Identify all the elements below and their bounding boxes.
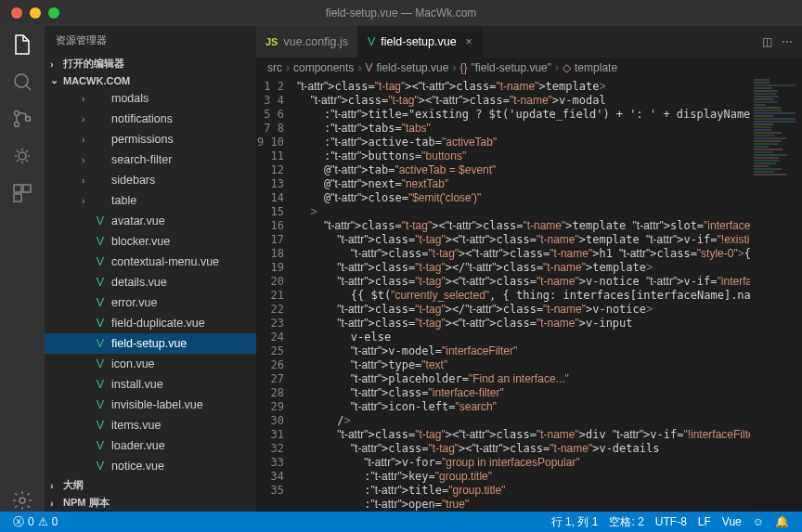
vue-icon: V xyxy=(93,378,108,391)
status-spaces[interactable]: 空格: 2 xyxy=(603,514,649,530)
item-label: modals xyxy=(111,92,149,105)
editor-tabs: JSvue.config.jsVfield-setup.vue× ◫ ⋯ xyxy=(256,26,802,58)
titlebar: field-setup.vue — MacWk.com xyxy=(0,0,802,26)
open-editors-section[interactable]: ›打开的编辑器 xyxy=(45,55,256,72)
item-label: field-duplicate.vue xyxy=(111,317,205,330)
breadcrumb-sep: › xyxy=(555,61,559,74)
item-label: items.vue xyxy=(111,419,162,432)
sidebar: 资源管理器 ›打开的编辑器 ⌄MACWK.COM ›modals›notific… xyxy=(45,26,256,512)
folder-item[interactable]: ›notifications xyxy=(45,109,256,129)
item-label: avatar.vue xyxy=(111,214,165,227)
file-item[interactable]: Verror.vue xyxy=(45,292,256,313)
debug-icon[interactable] xyxy=(11,145,33,167)
breadcrumb-item[interactable]: components xyxy=(293,61,354,74)
item-label: notifications xyxy=(111,112,173,125)
warning-icon: ⚠ xyxy=(38,515,48,528)
file-item[interactable]: Vnotice.vue xyxy=(45,456,256,476)
minimap[interactable] xyxy=(750,78,802,512)
file-item[interactable]: Vinvisible-label.vue xyxy=(45,395,256,415)
file-type-icon: V xyxy=(368,35,375,48)
folder-item[interactable]: ›table xyxy=(45,190,256,211)
file-item[interactable]: Vicon.vue xyxy=(45,354,256,374)
maximize-window[interactable] xyxy=(48,7,59,19)
window-title: field-setup.vue — MacWk.com xyxy=(326,6,477,19)
minimize-window[interactable] xyxy=(30,7,41,19)
vue-icon: V xyxy=(93,255,108,268)
settings-icon[interactable] xyxy=(11,489,33,512)
twist-icon: › xyxy=(82,196,93,206)
vue-icon: V xyxy=(93,398,108,411)
search-icon[interactable] xyxy=(11,71,33,93)
window-controls xyxy=(0,7,59,19)
vue-icon: V xyxy=(93,214,108,227)
chevron-down-icon: ⌄ xyxy=(50,74,61,86)
svg-point-0 xyxy=(15,74,28,87)
breadcrumb-icon: ◇ xyxy=(563,61,571,74)
source-control-icon[interactable] xyxy=(11,108,33,130)
breadcrumb-sep: › xyxy=(452,61,456,74)
twist-icon: › xyxy=(82,135,93,145)
split-editor-icon[interactable]: ◫ xyxy=(762,35,772,48)
file-item[interactable]: Vcontextual-menu.vue xyxy=(45,252,256,272)
breadcrumb-item[interactable]: field-setup.vue xyxy=(376,61,448,74)
folder-item[interactable]: ›sidebars xyxy=(45,170,256,190)
vue-icon: V xyxy=(93,357,108,370)
status-encoding[interactable]: UTF-8 xyxy=(650,515,692,528)
file-item[interactable]: Vloader.vue xyxy=(45,435,256,456)
folder-item[interactable]: ›permissions xyxy=(45,129,256,149)
vue-icon: V xyxy=(93,419,108,432)
close-tab-icon[interactable]: × xyxy=(466,35,472,48)
file-type-icon: JS xyxy=(265,36,278,47)
breadcrumb-sep: › xyxy=(286,61,290,74)
item-label: table xyxy=(111,194,136,207)
feedback-icon[interactable]: ☺ xyxy=(747,515,770,528)
file-item[interactable]: Vavatar.vue xyxy=(45,211,256,231)
tab-label: vue.config.js xyxy=(283,35,347,48)
folder-item[interactable]: ›modals xyxy=(45,88,256,109)
editor-tab[interactable]: JSvue.config.js xyxy=(256,26,358,58)
twist-icon: › xyxy=(82,155,93,165)
file-item[interactable]: Vdetails.vue xyxy=(45,272,256,292)
breadcrumb-sep: › xyxy=(357,61,361,74)
vue-icon: V xyxy=(93,460,108,473)
line-numbers: 1 2 3 4 5 6 7 8 9 10 11 12 13 14 15 16 1… xyxy=(256,78,297,512)
svg-point-2 xyxy=(15,123,19,127)
status-lang[interactable]: Vue xyxy=(717,515,747,528)
file-item[interactable]: Vfield-duplicate.vue xyxy=(45,313,256,333)
sidebar-section[interactable]: ›NPM 脚本 xyxy=(45,494,256,512)
bell-icon[interactable]: 🔔 xyxy=(770,515,795,528)
status-cursor[interactable]: 行 1, 列 1 xyxy=(546,514,604,530)
statusbar: ⓧ0⚠0 行 1, 列 1 空格: 2 UTF-8 LF Vue ☺ 🔔 xyxy=(0,512,802,532)
status-errors[interactable]: ⓧ0⚠0 xyxy=(7,514,63,530)
twist-icon: › xyxy=(82,114,93,124)
code-editor[interactable]: "t-attr">class="t-tag"><"t-attr">class="… xyxy=(297,78,750,512)
item-label: invisible-label.vue xyxy=(111,398,203,411)
file-item[interactable]: Vfield-setup.vue xyxy=(45,333,256,354)
sidebar-section[interactable]: ›大纲 xyxy=(45,476,256,494)
folder-item[interactable]: ›search-filter xyxy=(45,149,256,170)
status-eol[interactable]: LF xyxy=(692,515,717,528)
item-label: contextual-menu.vue xyxy=(111,255,219,268)
error-icon: ⓧ xyxy=(13,514,24,530)
more-icon[interactable]: ⋯ xyxy=(782,35,793,48)
activity-bar xyxy=(0,26,45,512)
file-item[interactable]: Vinstall.vue xyxy=(45,374,256,395)
file-item[interactable]: Vblocker.vue xyxy=(45,231,256,252)
svg-rect-6 xyxy=(23,185,31,192)
svg-point-1 xyxy=(15,111,19,116)
breadcrumb-item[interactable]: template xyxy=(575,61,617,74)
svg-point-8 xyxy=(19,498,25,503)
explorer-icon[interactable] xyxy=(11,33,33,56)
twist-icon: › xyxy=(82,94,93,104)
breadcrumb-item[interactable]: "field-setup.vue" xyxy=(471,61,551,74)
editor-tab[interactable]: Vfield-setup.vue× xyxy=(358,26,483,58)
file-item[interactable]: Vitems.vue xyxy=(45,415,256,435)
extensions-icon[interactable] xyxy=(11,182,33,204)
svg-point-3 xyxy=(26,117,31,122)
breadcrumb-item[interactable]: src xyxy=(267,61,282,74)
vue-icon: V xyxy=(93,337,108,350)
breadcrumb[interactable]: src›components›Vfield-setup.vue›{}"field… xyxy=(256,58,802,78)
project-section[interactable]: ⌄MACWK.COM xyxy=(45,72,256,88)
close-window[interactable] xyxy=(11,7,22,19)
tab-label: field-setup.vue xyxy=(381,35,456,48)
